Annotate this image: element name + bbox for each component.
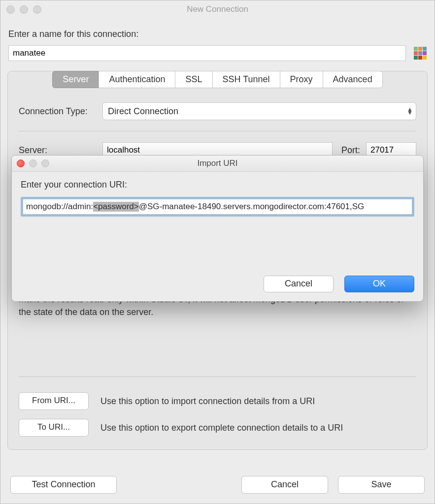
minimize-icon xyxy=(29,159,37,167)
import-uri-dialog: Import URI Enter your connection URI: mo… xyxy=(11,155,424,302)
connection-type-label: Connection Type: xyxy=(19,106,102,117)
uri-text-suffix: @SG-manatee-18490.servers.mongodirector.… xyxy=(139,202,365,212)
server-label: Server: xyxy=(19,145,102,156)
dialog-traffic-lights xyxy=(17,159,49,167)
test-connection-button[interactable]: Test Connection xyxy=(10,476,117,494)
bottom-button-bar: Test Connection Cancel Save xyxy=(0,476,435,494)
connection-type-select[interactable]: Direct Connection ▲▼ xyxy=(102,102,416,120)
color-picker-icon[interactable] xyxy=(414,47,427,60)
uri-prompt: Enter your connection URI: xyxy=(21,180,414,190)
connection-name-input[interactable] xyxy=(8,45,406,61)
close-icon[interactable] xyxy=(6,5,15,14)
new-connection-window: New Connection Enter a name for this con… xyxy=(0,0,435,504)
tab-server[interactable]: Server xyxy=(52,71,99,88)
connection-uri-input[interactable]: mongodb://admin:<password>@SG-manatee-18… xyxy=(23,199,412,215)
tab-ssh-tunnel[interactable]: SSH Tunnel xyxy=(212,71,280,88)
window-traffic-lights xyxy=(6,5,41,14)
tab-advanced[interactable]: Advanced xyxy=(323,71,383,88)
from-uri-desc: Use this option to import connection det… xyxy=(100,396,315,407)
from-uri-button[interactable]: From URI... xyxy=(19,392,89,410)
connection-name-label: Enter a name for this connection: xyxy=(0,18,435,42)
port-label: Port: xyxy=(341,145,360,156)
dialog-cancel-button[interactable]: Cancel xyxy=(264,276,334,292)
tabstrip: ServerAuthenticationSSLSSH TunnelProxyAd… xyxy=(8,71,427,88)
cancel-button[interactable]: Cancel xyxy=(241,476,328,494)
uri-text-prefix: mongodb://admin: xyxy=(26,202,93,212)
zoom-icon[interactable] xyxy=(33,5,41,14)
to-uri-desc: Use this option to export complete conne… xyxy=(100,423,343,433)
window-titlebar: New Connection xyxy=(0,0,435,18)
dialog-title: Import URI xyxy=(12,158,423,168)
uri-text-selection: <password> xyxy=(93,202,139,212)
minimize-icon[interactable] xyxy=(20,5,28,14)
save-button[interactable]: Save xyxy=(338,476,425,494)
close-icon[interactable] xyxy=(17,159,25,167)
connection-type-value: Direct Connection xyxy=(108,106,178,117)
zoom-icon xyxy=(41,159,49,167)
dialog-ok-button[interactable]: OK xyxy=(344,276,414,292)
tab-ssl[interactable]: SSL xyxy=(175,71,212,88)
to-uri-button[interactable]: To URI... xyxy=(19,419,89,437)
divider xyxy=(19,377,416,377)
dialog-titlebar: Import URI xyxy=(12,156,423,172)
tab-authentication[interactable]: Authentication xyxy=(99,71,175,88)
tab-proxy[interactable]: Proxy xyxy=(280,71,323,88)
window-title: New Connection xyxy=(0,4,435,14)
chevrons-icon: ▲▼ xyxy=(407,108,411,115)
